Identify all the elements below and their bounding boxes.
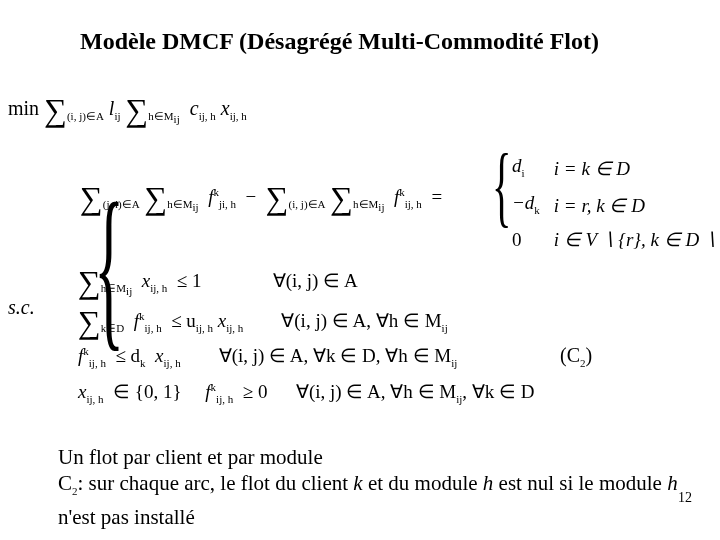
sigma-6-idx: h∈Mij <box>353 198 384 210</box>
constraint-domain: xij, h ∈ {0, 1} fkij, h ≥ 0 ∀(i, j) ∈ A,… <box>78 380 535 405</box>
term-c-sub: ij, h <box>199 110 216 122</box>
sigma-5-idx: (i, j)∈A <box>289 198 326 210</box>
constraint-x-sum: ∑h∈Mij xij, h ≤ 1 ∀(i, j) ∈ A <box>78 264 358 301</box>
description-text: Un flot par client et par module C2: sur… <box>58 444 698 530</box>
case-row-2: −dki = r, k ∈ D <box>512 189 720 224</box>
sigma-4-idx: h∈Mij <box>167 198 198 210</box>
sigma-3-idx: (j, i)∈A <box>103 198 140 210</box>
cases-table: dii = k ∈ D −dki = r, k ∈ D 0i ∈ V ∖ {r}… <box>510 150 720 256</box>
min-label: min <box>8 97 39 119</box>
slide-title: Modèle DMCF (Désagrégé Multi-Commodité F… <box>80 28 599 55</box>
sigma-6: ∑ <box>330 180 353 217</box>
c2-label: (C2) <box>560 344 592 369</box>
constraint-c2: fkij, h ≤ dk xij, h ∀(i, j) ∈ A, ∀k ∈ D,… <box>78 344 457 369</box>
case-row-3: 0i ∈ V ∖ {r}, k ∈ D ∖ {i} <box>512 226 720 254</box>
term-x-sub: ij, h <box>230 110 247 122</box>
sigma-4: ∑ <box>144 180 167 217</box>
sigma-5: ∑ <box>266 180 289 217</box>
term-x: x <box>221 97 230 119</box>
subject-to-label: s.c. <box>8 296 35 319</box>
case-brace: { <box>492 150 511 222</box>
equals: = <box>431 186 442 207</box>
objective: min ∑(i, j)∈A lij ∑h∈Mij cij, h xij, h <box>8 92 247 129</box>
term-l-sub: ij <box>114 110 120 122</box>
sigma-2-idx: h∈Mij <box>148 110 179 122</box>
case-row-1: dii = k ∈ D <box>512 152 720 187</box>
sigma-1-idx: (i, j)∈A <box>67 110 104 122</box>
sigma-3: ∑ <box>80 180 103 217</box>
page-number: 12 <box>678 490 692 506</box>
sigma-2: ∑ <box>126 92 149 129</box>
minus: − <box>246 186 257 207</box>
sigma-1: ∑ <box>44 92 67 129</box>
flow-conservation: ∑(j, i)∈A ∑h∈Mij fkji, h − ∑(i, j)∈A ∑h∈… <box>80 180 442 217</box>
term-c: c <box>190 97 199 119</box>
constraint-capacity: ∑k∈D fkij, h ≤ uij, h xij, h ∀(i, j) ∈ A… <box>78 304 448 341</box>
